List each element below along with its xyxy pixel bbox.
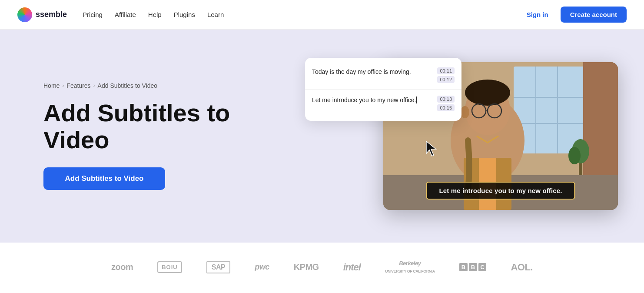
logo-icon — [17, 7, 32, 22]
nav-pricing[interactable]: Pricing — [83, 11, 103, 18]
subtitle-times-1: 00:11 00:12 — [435, 67, 455, 83]
logo-intel: intel — [343, 262, 361, 273]
breadcrumb-current: Add Subtitles to Video — [98, 82, 158, 89]
logo-text: ssemble — [36, 10, 67, 19]
subtitle-text-1: Today is the day my office is moving. — [312, 67, 430, 83]
subtitle-times-2: 00:13 00:15 — [435, 96, 455, 111]
page-title: Add Subtitles to Video — [43, 100, 269, 153]
hero-section: Home › Features › Add Subtitles to Video… — [0, 30, 644, 243]
nav-links: Pricing Affiliate Help Plugins Learn — [83, 11, 224, 18]
navbar-right: Sign in Create account — [521, 7, 627, 23]
logo-kpmg: KPMG — [294, 262, 319, 272]
svg-rect-3 — [557, 67, 558, 153]
logo-berkeley: BerkeleyUNIVERSITY OF CALIFORNIA — [385, 260, 435, 275]
sign-in-button[interactable]: Sign in — [521, 7, 554, 22]
logo-bbc: B B C — [459, 263, 487, 271]
time-badge-2-end: 00:15 — [437, 104, 455, 111]
breadcrumb-features[interactable]: Features — [66, 82, 90, 89]
breadcrumb-sep-1: › — [62, 83, 64, 89]
subtitle-row-1: Today is the day my office is moving. 00… — [305, 61, 461, 90]
subtitle-text-2: Let me introduce you to my new office. — [312, 96, 430, 111]
logo-sap: SAP — [206, 261, 230, 273]
breadcrumb: Home › Features › Add Subtitles to Video — [43, 82, 269, 89]
create-account-button[interactable]: Create account — [561, 7, 627, 23]
logo-boiu: BOIU — [157, 261, 182, 273]
navbar-left: ssemble Pricing Affiliate Help Plugins L… — [17, 7, 224, 22]
logo-zoom: zoom — [111, 262, 133, 272]
hero-content: Home › Features › Add Subtitles to Video… — [43, 82, 269, 190]
bbc-b1: B — [459, 263, 468, 271]
breadcrumb-home[interactable]: Home — [43, 82, 60, 89]
cursor-arrow-icon — [425, 140, 438, 157]
bbc-b2: B — [469, 263, 477, 271]
logo-pwc: pwc — [255, 263, 269, 272]
nav-learn[interactable]: Learn — [207, 11, 224, 18]
logo[interactable]: ssemble — [17, 7, 67, 22]
bbc-c: C — [478, 263, 487, 271]
breadcrumb-sep-2: › — [93, 83, 95, 89]
nav-plugins[interactable]: Plugins — [174, 11, 195, 18]
text-cursor — [416, 97, 417, 103]
svg-point-13 — [465, 80, 510, 106]
svg-point-10 — [568, 147, 581, 164]
video-subtitle-overlay: Let me introduce you to my new office. — [426, 182, 575, 200]
time-badge-1-end: 00:12 — [437, 76, 455, 83]
hero-illustration: Today is the day my office is moving. 00… — [305, 49, 618, 223]
svg-point-19 — [461, 106, 469, 118]
nav-help[interactable]: Help — [148, 11, 162, 18]
time-badge-1-start: 00:11 — [437, 67, 455, 74]
subtitle-editor-panel: Today is the day my office is moving. 00… — [305, 58, 461, 121]
subtitle-row-2: Let me introduce you to my new office. 0… — [305, 90, 461, 117]
svg-rect-2 — [535, 67, 536, 153]
logo-aol: AOL. — [511, 262, 533, 273]
logos-strip: zoom BOIU SAP pwc KPMG intel BerkeleyUNI… — [0, 243, 644, 292]
time-badge-2-start: 00:13 — [437, 96, 455, 103]
hero-cta-button[interactable]: Add Subtitles to Video — [43, 167, 165, 190]
nav-affiliate[interactable]: Affiliate — [115, 11, 136, 18]
navbar: ssemble Pricing Affiliate Help Plugins L… — [0, 0, 644, 30]
